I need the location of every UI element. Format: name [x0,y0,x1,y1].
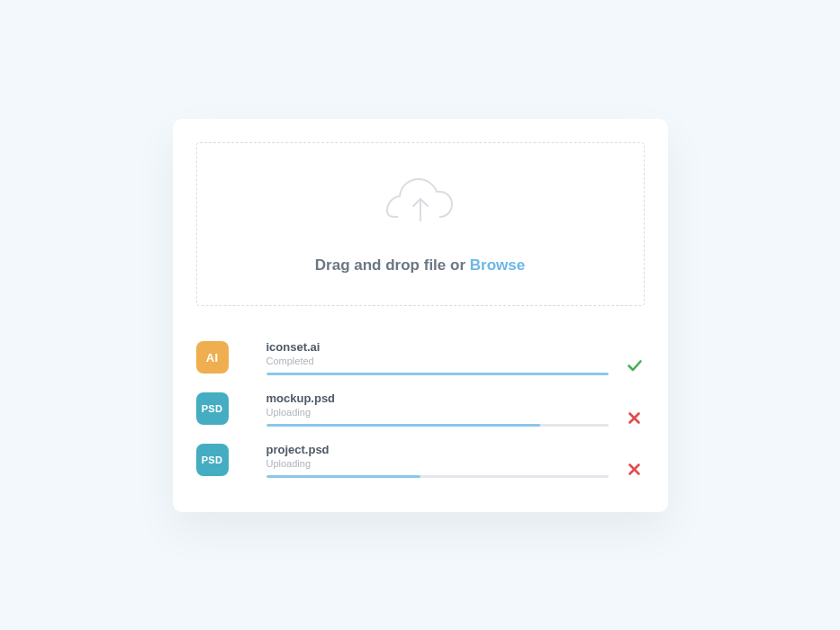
file-info: project.psd Uploading [245,443,609,478]
file-status: Uploading [266,458,609,469]
cloud-upload-icon [215,177,626,231]
upload-card: Drag and drop file or Browse AI iconset.… [173,119,668,512]
file-type-badge: PSD [196,444,229,476]
file-row: AI iconset.ai Completed [196,331,645,382]
file-info: mockup.psd Uploading [245,392,609,427]
progress-bar [266,424,609,427]
progress-bar [266,475,609,478]
dropzone[interactable]: Drag and drop file or Browse [196,142,645,306]
complete-check-icon[interactable] [625,357,645,375]
progress-fill [266,373,609,375]
progress-fill [266,475,420,478]
file-status: Uploading [266,407,609,418]
file-row: PSD project.psd Uploading [196,434,645,485]
file-name: mockup.psd [266,392,609,405]
file-row: PSD mockup.psd Uploading [196,382,645,434]
file-info: iconset.ai Completed [245,340,609,375]
prompt-text: Drag and drop file or [315,256,470,274]
file-name: project.psd [266,443,609,456]
dropzone-prompt: Drag and drop file or Browse [215,256,626,274]
file-list: AI iconset.ai Completed PSD mockup.psd U… [196,331,645,485]
progress-fill [266,424,540,427]
progress-bar [266,373,609,375]
file-status: Completed [266,356,609,366]
file-type-badge: PSD [196,392,229,425]
browse-link[interactable]: Browse [470,256,525,274]
cancel-upload-icon[interactable] [625,411,645,427]
cancel-upload-icon[interactable] [625,463,645,478]
file-type-badge: AI [196,341,229,374]
file-name: iconset.ai [266,340,609,354]
